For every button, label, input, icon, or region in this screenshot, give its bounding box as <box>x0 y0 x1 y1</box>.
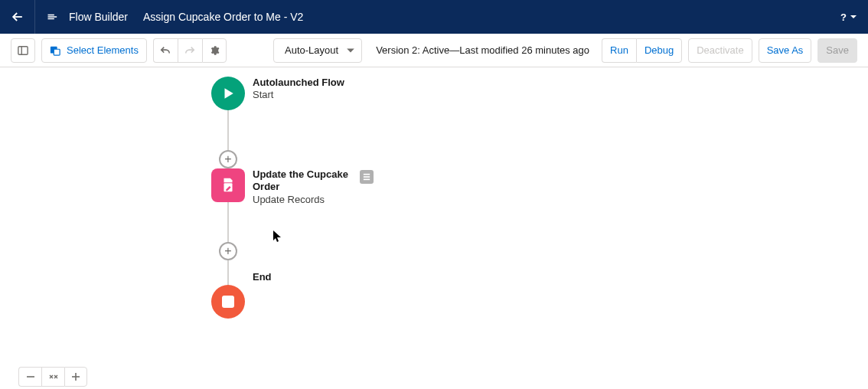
save-button: Save <box>817 38 857 63</box>
flow-canvas[interactable]: Autolaunched Flow Start + Update the Cup… <box>0 67 868 389</box>
select-elements-button[interactable]: Select Elements <box>41 38 147 63</box>
connector: + <box>227 110 229 159</box>
help-icon: ? <box>840 11 847 23</box>
list-icon <box>363 173 370 181</box>
svg-rect-6 <box>364 174 370 175</box>
deactivate-button[interactable]: Deactivate <box>688 38 752 63</box>
chevron-down-icon <box>346 46 355 55</box>
history-group <box>153 38 227 63</box>
undo-icon <box>160 45 171 56</box>
fit-icon <box>49 372 58 381</box>
mouse-cursor-icon <box>273 230 282 243</box>
panel-toggle-button[interactable] <box>11 38 35 63</box>
connector: + <box>227 202 229 251</box>
panel-icon <box>18 45 28 56</box>
connector <box>227 260 229 285</box>
chevron-down-icon <box>850 13 857 21</box>
plus-icon <box>71 372 80 381</box>
add-element-button[interactable]: + <box>219 150 237 168</box>
zoom-out-button[interactable] <box>18 367 41 387</box>
select-elements-icon <box>50 45 60 56</box>
minus-icon <box>26 372 35 381</box>
end-node[interactable]: End <box>211 285 245 319</box>
run-debug-group: Run Debug <box>602 38 682 63</box>
arrow-left-icon <box>10 9 25 25</box>
start-node-shape <box>211 77 245 110</box>
redo-icon <box>184 45 195 56</box>
update-records-node[interactable]: Update the Cupcake Order Update Records <box>211 168 245 202</box>
zoom-in-button[interactable] <box>64 367 87 387</box>
redo-button <box>178 38 202 63</box>
svg-rect-7 <box>364 176 370 178</box>
zoom-fit-button[interactable] <box>41 367 64 387</box>
play-icon <box>221 87 235 100</box>
app-brand: Flow Builder <box>35 0 139 34</box>
version-status: Version 2: Active—Last modified 26 minut… <box>376 44 589 56</box>
app-name-label: Flow Builder <box>69 11 128 23</box>
flow-title: Assign Cupcake Order to Me - V2 <box>139 11 303 23</box>
layout-label: Auto-Layout <box>285 44 338 56</box>
select-elements-label: Select Elements <box>67 44 139 56</box>
help-menu[interactable]: ? <box>840 11 857 23</box>
start-node-title: Autolaunched Flow <box>253 77 406 89</box>
undo-button[interactable] <box>153 38 178 63</box>
app-header: Flow Builder Assign Cupcake Order to Me … <box>0 0 868 34</box>
flow-builder-icon <box>46 9 61 25</box>
edit-record-icon <box>220 177 237 194</box>
debug-button[interactable]: Debug <box>636 38 682 63</box>
update-records-shape <box>211 168 245 202</box>
zoom-control <box>18 367 87 387</box>
add-element-button[interactable]: + <box>219 242 237 260</box>
svg-rect-1 <box>18 46 28 54</box>
svg-rect-4 <box>54 49 60 55</box>
save-as-button[interactable]: Save As <box>759 38 812 63</box>
gear-icon <box>209 45 220 56</box>
update-node-subtitle: Update Records <box>253 194 360 205</box>
run-button[interactable]: Run <box>602 38 636 63</box>
start-node-subtitle: Start <box>253 89 406 100</box>
update-node-title: Update the Cupcake Order <box>253 168 360 194</box>
start-node[interactable]: Autolaunched Flow Start <box>211 77 245 110</box>
layout-dropdown[interactable]: Auto-Layout <box>273 38 362 63</box>
flow-column: Autolaunched Flow Start + Update the Cup… <box>211 77 245 319</box>
node-menu-button[interactable] <box>360 170 374 184</box>
stop-icon <box>222 296 234 308</box>
end-node-title: End <box>253 271 406 283</box>
builder-toolbar: Select Elements Auto-Layout Version 2: A… <box>0 34 868 67</box>
back-button[interactable] <box>0 0 35 34</box>
end-node-shape <box>211 285 245 319</box>
settings-button[interactable] <box>202 38 227 63</box>
svg-rect-8 <box>364 179 370 181</box>
